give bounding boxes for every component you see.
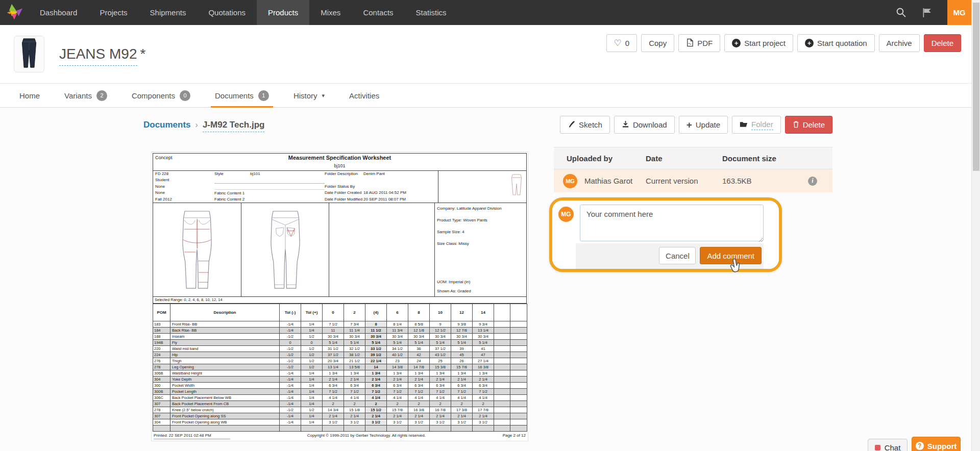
pdf-button[interactable]: PDF bbox=[678, 34, 720, 52]
worksheet-page-number: Page 2 of 12 bbox=[503, 433, 526, 440]
folder-button-label: Folder bbox=[751, 120, 773, 130]
worksheet-info-block: FD 228Stylebj101Folder DescriptionDenim … bbox=[153, 171, 527, 203]
tab-variants-label: Variants bbox=[64, 91, 92, 100]
tab-documents[interactable]: Documents 1 bbox=[203, 84, 281, 107]
tab-history-label: History bbox=[293, 91, 317, 100]
worksheet-style-number: bj101 bbox=[153, 163, 526, 168]
chat-widget-button[interactable]: Chat bbox=[868, 439, 908, 451]
favorite-button[interactable]: ♡ 0 bbox=[606, 34, 638, 52]
measurement-spec-table: POM Description Tol (-) Tol (+) 0 2 (4) … bbox=[153, 304, 527, 432]
product-title[interactable]: JEANS M92* bbox=[59, 46, 145, 62]
ws-shown-as: Shown As: Graded bbox=[437, 289, 471, 293]
plus-circle-icon: + bbox=[805, 39, 814, 47]
variants-count-badge: 2 bbox=[96, 90, 107, 101]
document-actions: Sketch Download + Update Folder Delete bbox=[560, 116, 832, 134]
app-logo[interactable] bbox=[0, 0, 29, 25]
folder-button[interactable]: Folder bbox=[732, 116, 781, 134]
spec-table-row: 184Back Rise- BB-1/41/41111 1/411 1/211 … bbox=[153, 328, 527, 334]
update-button[interactable]: + Update bbox=[679, 116, 728, 134]
worksheet-selected-range: Selected Range: 0, 2, 4, 6, 8, 10, 12, 1… bbox=[153, 297, 527, 304]
ws-company-line: Company: Latitude Apparel Division bbox=[437, 206, 502, 211]
favorite-count: 0 bbox=[625, 39, 629, 47]
nav-item-projects[interactable]: Projects bbox=[88, 0, 138, 25]
breadcrumb-separator: › bbox=[195, 120, 198, 130]
spec-table-row: 220Waist mid band-1/21/231 1/232 1/233 1… bbox=[153, 346, 527, 352]
hummingbird-logo-icon bbox=[6, 3, 23, 22]
start-quotation-button[interactable]: + Start quotation bbox=[797, 34, 875, 52]
product-name[interactable]: JEANS M92 bbox=[59, 46, 137, 66]
chevron-down-icon: ▾ bbox=[322, 92, 325, 99]
product-tabs: Home Variants 2 Components 0 Documents 1… bbox=[0, 83, 980, 108]
document-versions-table: Uploaded by Date Document size MG Mathia… bbox=[554, 147, 832, 192]
spec-table-row: 183Front Rise- BB-1/41/47 1/27 3/488 1/4… bbox=[153, 321, 527, 328]
copy-button[interactable]: Copy bbox=[641, 34, 674, 52]
nav-item-quotations[interactable]: Quotations bbox=[197, 0, 257, 25]
spec-table-row bbox=[153, 425, 527, 432]
tab-activities-label: Activities bbox=[349, 91, 379, 100]
nav-item-contacts[interactable]: Contacts bbox=[352, 0, 404, 25]
delete-document-button[interactable]: Delete bbox=[785, 116, 832, 134]
update-button-label: Update bbox=[696, 120, 720, 129]
versions-header-uploaded-by: Uploaded by bbox=[554, 154, 646, 163]
spec-table-row: 307Back Pocket Placement From CB-1/41/42… bbox=[153, 401, 527, 407]
product-thumbnail[interactable] bbox=[14, 36, 44, 72]
spec-table-row: 224Hip-1/21/237 1/238 1/239 1/240 1/2424… bbox=[153, 352, 527, 358]
spec-table-row: 276Thigh-1/21/220 3/421 1/222 1/42324252… bbox=[153, 358, 527, 364]
page-scrollbar[interactable] bbox=[971, 0, 980, 451]
components-count-badge: 0 bbox=[180, 90, 190, 101]
archive-button[interactable]: Archive bbox=[879, 34, 920, 52]
delete-product-button[interactable]: Delete bbox=[924, 34, 961, 52]
worksheet-side-info: Company: Latitude Apparel Division Produ… bbox=[434, 203, 526, 296]
cancel-comment-button[interactable]: Cancel bbox=[659, 247, 696, 264]
download-icon bbox=[622, 120, 629, 130]
spec-col-empty bbox=[494, 304, 510, 321]
worksheet-info-row: Fall 2012Fabric Content 2Date Folder Mod… bbox=[153, 196, 438, 203]
info-icon[interactable]: i bbox=[808, 177, 817, 186]
nav-item-products[interactable]: Products bbox=[257, 0, 309, 25]
brush-icon bbox=[568, 120, 575, 130]
nav-item-mixes[interactable]: Mixes bbox=[309, 0, 352, 25]
delete-document-label: Delete bbox=[803, 120, 825, 129]
tab-activities[interactable]: Activities bbox=[337, 84, 391, 107]
nav-item-shipments[interactable]: Shipments bbox=[139, 0, 198, 25]
support-widget-button[interactable]: ? Support bbox=[912, 437, 961, 451]
flag-icon[interactable] bbox=[922, 8, 932, 18]
document-filename[interactable]: J-M92 Tech.jpg bbox=[203, 120, 265, 132]
tab-documents-label: Documents bbox=[215, 91, 254, 100]
comment-compose-box: MG Your comment here Cancel Add comment bbox=[552, 201, 779, 269]
user-avatar-menu[interactable]: MG bbox=[947, 0, 971, 25]
download-button[interactable]: Download bbox=[614, 116, 675, 134]
worksheet-copyright: Copyright © 1999-2011 by Gerber Technolo… bbox=[307, 433, 426, 440]
tab-home[interactable]: Home bbox=[7, 84, 52, 107]
plus-icon: + bbox=[687, 120, 692, 130]
comment-input[interactable]: Your comment here bbox=[580, 205, 764, 241]
start-project-button[interactable]: + Start project bbox=[724, 34, 793, 52]
nav-item-statistics[interactable]: Statistics bbox=[405, 0, 458, 25]
worksheet-printed-date: Printed: 22 SEP 2011 02:48 PM bbox=[154, 433, 230, 438]
worksheet-thumbnail-cell bbox=[438, 171, 526, 203]
jeans-front-sketch bbox=[153, 203, 241, 296]
scrollbar-thumb[interactable] bbox=[973, 3, 979, 171]
tab-variants[interactable]: Variants 2 bbox=[52, 84, 119, 107]
worksheet-info-row: FD 228Stylebj101Folder DescriptionDenim … bbox=[153, 171, 438, 177]
question-circle-icon: ? bbox=[916, 442, 924, 450]
ws-uom: UOM: Imperial (in) bbox=[437, 280, 470, 284]
spec-table-row: 194BFly005 1/45 1/45 1/45 1/45 1/45 1/45… bbox=[153, 340, 527, 346]
document-size-value: 163.5KB bbox=[722, 177, 752, 185]
version-date: Current version bbox=[646, 177, 722, 185]
product-actions: ♡ 0 Copy PDF + Start project + Start quo… bbox=[606, 34, 961, 52]
delete-button-label: Delete bbox=[932, 39, 953, 47]
tab-components[interactable]: Components 0 bbox=[119, 84, 203, 107]
search-icon[interactable] bbox=[896, 7, 906, 18]
nav-item-dashboard[interactable]: Dashboard bbox=[29, 0, 88, 25]
uploader-avatar: MG bbox=[563, 174, 577, 188]
breadcrumb-documents-link[interactable]: Documents bbox=[143, 120, 191, 130]
jeans-back-sketch bbox=[241, 203, 329, 296]
comment-highlight-ring: MG Your comment here Cancel Add comment bbox=[549, 197, 782, 272]
tab-history[interactable]: History ▾ bbox=[281, 84, 337, 107]
breadcrumb: Documents › J-M92 Tech.jpg bbox=[143, 120, 264, 132]
spec-table-row: 188Inseam-1/21/230 3/430 3/430 3/430 3/4… bbox=[153, 334, 527, 340]
sketch-button[interactable]: Sketch bbox=[560, 116, 610, 134]
spec-table-row: 300BPocket Length-1/41/47 1/27 1/27 1/27… bbox=[153, 389, 527, 395]
spec-table-row: 306BWaistband Height-1/41/41 3/41 3/41 3… bbox=[153, 370, 527, 377]
